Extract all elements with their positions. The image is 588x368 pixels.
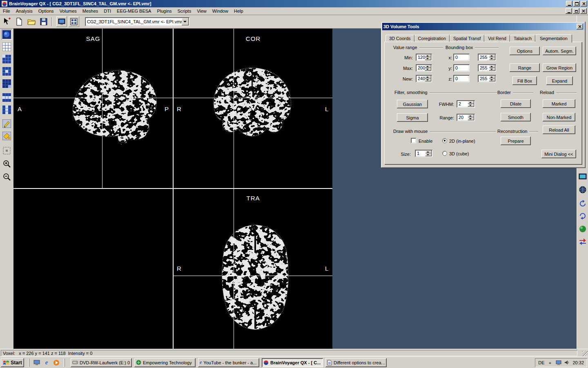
z-max-spin-up[interactable] — [489, 76, 495, 79]
autom-segm-button[interactable]: Autom. Segm. — [543, 47, 576, 55]
zoom-out-tool-icon[interactable] — [2, 172, 12, 182]
range-button[interactable]: Range — [510, 63, 540, 72]
tra-crosshair-vertical[interactable] — [234, 189, 234, 349]
dialog-close-button[interactable]: × — [577, 24, 583, 29]
new-document-icon[interactable] — [14, 16, 24, 27]
filter-range-spinner[interactable]: 20 — [457, 114, 475, 121]
slice-row-tool-icon[interactable] — [2, 92, 12, 103]
media-player-icon[interactable] — [52, 359, 60, 367]
max-spin-up[interactable] — [425, 65, 431, 68]
grow-region-button[interactable]: Grow Region — [543, 63, 576, 72]
menu-plugins[interactable]: Plugins — [154, 7, 174, 15]
language-indicator[interactable]: DE — [538, 360, 544, 365]
start-button[interactable]: Start — [1, 358, 24, 367]
new-spin-down[interactable] — [425, 79, 431, 81]
zoom-in-tool-icon[interactable] — [2, 159, 12, 169]
smooth-button[interactable]: Smooth — [501, 113, 531, 121]
tab-coregistration[interactable]: Coregistration — [414, 35, 450, 42]
x-max-spinner[interactable]: 255 — [478, 54, 496, 61]
slice-list-icon[interactable] — [69, 16, 79, 27]
volume-3d-tool-icon[interactable] — [2, 29, 12, 40]
close-button[interactable]: × — [581, 1, 587, 7]
y-max-spinner[interactable]: 255 — [478, 64, 496, 72]
sag-crosshair-horizontal[interactable] — [13, 98, 173, 98]
y-max-spin-down[interactable] — [489, 68, 495, 71]
taskbar-grip-2[interactable] — [64, 359, 65, 367]
mdi-close-button[interactable]: × — [580, 8, 587, 14]
menu-volumes[interactable]: Volumes — [57, 7, 80, 15]
rotate-y-icon[interactable] — [578, 211, 588, 221]
menu-view[interactable]: View — [194, 7, 209, 15]
fwhm-spin-down[interactable] — [468, 104, 474, 107]
x-min-field[interactable]: 0 — [453, 54, 470, 61]
max-spinner[interactable]: 200 — [416, 64, 432, 72]
expand-button[interactable]: Expand — [546, 76, 573, 85]
z-min-field[interactable]: 0 — [453, 75, 470, 82]
tab-3d-coords[interactable]: 3D Coords — [385, 35, 414, 42]
dilate-button[interactable]: Dilate — [501, 99, 531, 108]
menu-eeg-meg-besa[interactable]: EEG-MEG BESA — [114, 7, 154, 15]
draw-fill-tool-icon[interactable] — [2, 131, 12, 141]
resize-grip[interactable] — [582, 351, 588, 356]
non-marked-button[interactable]: Non-Marked — [543, 113, 575, 121]
tra-crosshair-horizontal[interactable] — [174, 276, 332, 276]
clock[interactable]: 20:32 — [572, 360, 584, 365]
task-word-document[interactable]: Different options to crea... — [325, 358, 387, 367]
new-spinner[interactable]: 240 — [416, 75, 432, 82]
tab-segmentation[interactable]: Segmentation — [535, 34, 572, 43]
prepare-button[interactable]: Prepare — [501, 137, 531, 145]
grid-view-tool-icon[interactable] — [2, 42, 12, 52]
menu-file[interactable]: File — [0, 7, 13, 15]
size-spin-down[interactable] — [425, 153, 432, 156]
min-spinner[interactable]: 120 — [416, 54, 432, 61]
menu-scripts[interactable]: Scripts — [175, 7, 194, 15]
options-button[interactable]: Options — [510, 47, 540, 55]
min-spin-up[interactable] — [425, 54, 431, 57]
mode-2d-radio[interactable] — [442, 138, 447, 143]
mdi-restore-button[interactable] — [573, 8, 579, 14]
cor-crosshair-horizontal[interactable] — [174, 98, 332, 98]
fill-box-button[interactable]: Fill Box — [512, 76, 537, 85]
menu-analysis[interactable]: Analysis — [13, 7, 36, 15]
multi-slice-tool-icon-3[interactable] — [2, 79, 12, 89]
sag-view[interactable]: SAG A P — [13, 29, 173, 188]
mode-3d-radio[interactable] — [442, 151, 447, 156]
mdi-minimize-button[interactable] — [566, 8, 572, 14]
sphere-mesh-icon[interactable] — [578, 224, 588, 234]
pointer-tool-icon[interactable] — [2, 16, 12, 27]
tab-talairach[interactable]: Talairach — [510, 35, 535, 42]
task-brainvoyager[interactable]: BrainVoyager QX - [ C... — [262, 358, 323, 367]
enable-checkbox[interactable] — [411, 138, 416, 143]
task-dvd-drive[interactable]: DVD-RW-Laufwerk (E:) 0... — [71, 358, 132, 367]
globe-grid-icon[interactable] — [578, 185, 588, 195]
max-spin-down[interactable] — [425, 68, 431, 71]
open-folder-icon[interactable] — [26, 16, 37, 27]
y-min-field[interactable]: 0 — [453, 64, 470, 72]
multi-slice-tool-icon-2[interactable] — [2, 66, 12, 76]
filter-range-spin-up[interactable] — [468, 114, 474, 117]
volume-tray-icon[interactable] — [564, 359, 570, 366]
tab-spatial-transf[interactable]: Spatial Transf — [450, 35, 484, 42]
document-selector-combo[interactable]: CG2_3DT1FL_SINC4_TAL_GM.vmr <- EPI.vmr — [85, 17, 189, 26]
task-youtube-ie[interactable]: e YouTube - the bunker - a... — [198, 358, 259, 367]
flip-arrows-icon[interactable] — [578, 236, 588, 246]
filter-range-spin-down[interactable] — [468, 117, 474, 120]
minimize-button[interactable] — [566, 1, 572, 7]
x-max-spin-down[interactable] — [489, 57, 495, 60]
x-max-spin-up[interactable] — [489, 54, 495, 57]
new-spin-up[interactable] — [425, 76, 431, 79]
rotate-x-icon[interactable] — [578, 199, 588, 209]
empty-view[interactable] — [13, 189, 173, 349]
taskbar-grip[interactable] — [28, 359, 29, 367]
z-max-spin-down[interactable] — [489, 79, 495, 81]
fwhm-spin-up[interactable] — [468, 101, 474, 104]
task-empowering-technology[interactable]: Empowering Technology — [134, 358, 196, 367]
internet-explorer-icon[interactable]: e — [42, 359, 51, 367]
volume-window-icon[interactable] — [56, 16, 67, 27]
slice-column-tool-icon[interactable] — [2, 105, 12, 115]
size-spin-up[interactable] — [425, 150, 432, 153]
dialog-titlebar[interactable]: 3D Volume Tools × — [382, 23, 584, 30]
menu-meshes[interactable]: Meshes — [80, 7, 101, 15]
marked-button[interactable]: Marked — [543, 99, 575, 108]
combo-dropdown-arrow[interactable] — [182, 18, 189, 25]
